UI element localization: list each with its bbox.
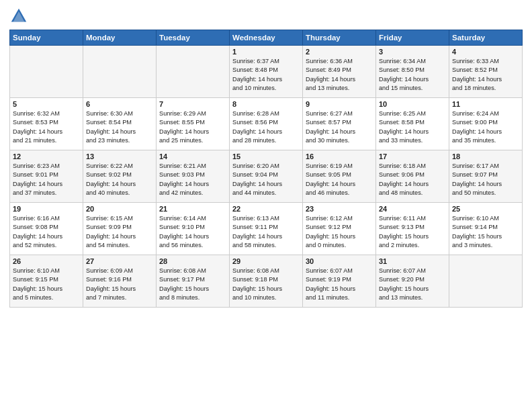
- day-number: 20: [86, 205, 153, 213]
- weekday-header: Friday: [376, 30, 449, 46]
- day-info: Sunrise: 6:36 AM Sunset: 8:49 PM Dayligh…: [306, 57, 373, 93]
- weekday-header: Saturday: [449, 30, 523, 46]
- day-info: Sunrise: 6:16 AM Sunset: 9:08 PM Dayligh…: [13, 214, 80, 250]
- calendar-cell: 5Sunrise: 6:32 AM Sunset: 8:53 PM Daylig…: [10, 98, 83, 150]
- calendar-cell: 11Sunrise: 6:24 AM Sunset: 9:00 PM Dayli…: [449, 98, 523, 150]
- day-number: 1: [232, 48, 300, 56]
- weekday-header-row: SundayMondayTuesdayWednesdayThursdayFrid…: [10, 30, 523, 46]
- calendar-cell: 2Sunrise: 6:36 AM Sunset: 8:49 PM Daylig…: [303, 46, 376, 98]
- day-info: Sunrise: 6:07 AM Sunset: 9:19 PM Dayligh…: [306, 267, 373, 302]
- day-number: 26: [13, 257, 80, 265]
- day-number: 28: [159, 257, 226, 265]
- calendar-week-row: 12Sunrise: 6:23 AM Sunset: 9:01 PM Dayli…: [10, 150, 523, 203]
- calendar-week-row: 26Sunrise: 6:10 AM Sunset: 9:15 PM Dayli…: [10, 255, 523, 308]
- day-info: Sunrise: 6:37 AM Sunset: 8:48 PM Dayligh…: [232, 57, 300, 93]
- calendar-cell: 28Sunrise: 6:08 AM Sunset: 9:17 PM Dayli…: [157, 255, 230, 308]
- day-info: Sunrise: 6:10 AM Sunset: 9:14 PM Dayligh…: [452, 214, 519, 250]
- day-number: 6: [86, 100, 153, 108]
- calendar-cell: 4Sunrise: 6:33 AM Sunset: 8:52 PM Daylig…: [449, 46, 523, 98]
- calendar-cell: 26Sunrise: 6:10 AM Sunset: 9:15 PM Dayli…: [10, 255, 83, 308]
- day-number: 17: [379, 152, 446, 161]
- day-info: Sunrise: 6:08 AM Sunset: 9:17 PM Dayligh…: [159, 267, 226, 302]
- calendar-cell: [449, 255, 523, 308]
- calendar-cell: 9Sunrise: 6:27 AM Sunset: 8:57 PM Daylig…: [303, 98, 376, 150]
- day-info: Sunrise: 6:15 AM Sunset: 9:09 PM Dayligh…: [86, 214, 153, 250]
- day-info: Sunrise: 6:29 AM Sunset: 8:55 PM Dayligh…: [159, 109, 226, 145]
- weekday-header: Monday: [83, 30, 157, 46]
- day-info: Sunrise: 6:18 AM Sunset: 9:06 PM Dayligh…: [379, 162, 446, 197]
- day-number: 21: [159, 205, 226, 213]
- day-number: 2: [306, 48, 373, 56]
- day-number: 23: [306, 205, 373, 213]
- weekday-header: Thursday: [303, 30, 376, 46]
- day-info: Sunrise: 6:27 AM Sunset: 8:57 PM Dayligh…: [306, 109, 373, 145]
- day-info: Sunrise: 6:13 AM Sunset: 9:11 PM Dayligh…: [232, 214, 300, 250]
- day-number: 9: [306, 100, 373, 108]
- day-info: Sunrise: 6:32 AM Sunset: 8:53 PM Dayligh…: [13, 109, 80, 145]
- calendar-cell: 6Sunrise: 6:30 AM Sunset: 8:54 PM Daylig…: [83, 98, 157, 150]
- calendar-cell: 3Sunrise: 6:34 AM Sunset: 8:50 PM Daylig…: [376, 46, 449, 98]
- calendar-cell: [157, 46, 230, 98]
- day-info: Sunrise: 6:12 AM Sunset: 9:12 PM Dayligh…: [306, 214, 373, 250]
- day-number: 15: [232, 152, 300, 161]
- day-number: 29: [232, 257, 300, 265]
- day-number: 31: [379, 257, 446, 265]
- day-info: Sunrise: 6:22 AM Sunset: 9:02 PM Dayligh…: [86, 162, 153, 197]
- weekday-header: Tuesday: [157, 30, 230, 46]
- day-number: 16: [306, 152, 373, 161]
- day-number: 10: [379, 100, 446, 108]
- calendar-cell: [83, 46, 157, 98]
- weekday-header: Sunday: [10, 30, 83, 46]
- calendar-cell: 14Sunrise: 6:21 AM Sunset: 9:03 PM Dayli…: [157, 150, 230, 203]
- day-info: Sunrise: 6:30 AM Sunset: 8:54 PM Dayligh…: [86, 109, 153, 145]
- calendar-cell: 24Sunrise: 6:11 AM Sunset: 9:13 PM Dayli…: [376, 203, 449, 255]
- calendar-cell: 13Sunrise: 6:22 AM Sunset: 9:02 PM Dayli…: [83, 150, 157, 203]
- calendar-cell: 29Sunrise: 6:08 AM Sunset: 9:18 PM Dayli…: [230, 255, 303, 308]
- day-info: Sunrise: 6:24 AM Sunset: 9:00 PM Dayligh…: [452, 109, 519, 145]
- calendar-week-row: 5Sunrise: 6:32 AM Sunset: 8:53 PM Daylig…: [10, 98, 523, 150]
- calendar-cell: 15Sunrise: 6:20 AM Sunset: 9:04 PM Dayli…: [230, 150, 303, 203]
- day-info: Sunrise: 6:09 AM Sunset: 9:16 PM Dayligh…: [86, 267, 153, 302]
- day-info: Sunrise: 6:14 AM Sunset: 9:10 PM Dayligh…: [159, 214, 226, 250]
- calendar-cell: 25Sunrise: 6:10 AM Sunset: 9:14 PM Dayli…: [449, 203, 523, 255]
- day-number: 25: [452, 205, 519, 213]
- calendar-cell: 30Sunrise: 6:07 AM Sunset: 9:19 PM Dayli…: [303, 255, 376, 308]
- calendar-cell: 18Sunrise: 6:17 AM Sunset: 9:07 PM Dayli…: [449, 150, 523, 203]
- calendar-cell: 20Sunrise: 6:15 AM Sunset: 9:09 PM Dayli…: [83, 203, 157, 255]
- calendar-cell: 7Sunrise: 6:29 AM Sunset: 8:55 PM Daylig…: [157, 98, 230, 150]
- day-number: 12: [13, 152, 80, 161]
- weekday-header: Wednesday: [230, 30, 303, 46]
- calendar-cell: 19Sunrise: 6:16 AM Sunset: 9:08 PM Dayli…: [10, 203, 83, 255]
- day-info: Sunrise: 6:23 AM Sunset: 9:01 PM Dayligh…: [13, 162, 80, 197]
- page-container: SundayMondayTuesdayWednesdayThursdayFrid…: [0, 0, 532, 313]
- calendar-cell: 31Sunrise: 6:07 AM Sunset: 9:20 PM Dayli…: [376, 255, 449, 308]
- day-info: Sunrise: 6:20 AM Sunset: 9:04 PM Dayligh…: [232, 162, 300, 197]
- calendar-cell: 8Sunrise: 6:28 AM Sunset: 8:56 PM Daylig…: [230, 98, 303, 150]
- logo-icon: [9, 7, 28, 26]
- calendar-cell: 17Sunrise: 6:18 AM Sunset: 9:06 PM Dayli…: [376, 150, 449, 203]
- day-number: 11: [452, 100, 519, 108]
- day-info: Sunrise: 6:34 AM Sunset: 8:50 PM Dayligh…: [379, 57, 446, 93]
- calendar-cell: 10Sunrise: 6:25 AM Sunset: 8:58 PM Dayli…: [376, 98, 449, 150]
- day-info: Sunrise: 6:11 AM Sunset: 9:13 PM Dayligh…: [379, 214, 446, 250]
- day-number: 24: [379, 205, 446, 213]
- day-number: 7: [159, 100, 226, 108]
- day-number: 3: [379, 48, 446, 56]
- header: [9, 7, 523, 26]
- day-number: 30: [306, 257, 373, 265]
- calendar-cell: 21Sunrise: 6:14 AM Sunset: 9:10 PM Dayli…: [157, 203, 230, 255]
- day-number: 27: [86, 257, 153, 265]
- day-info: Sunrise: 6:21 AM Sunset: 9:03 PM Dayligh…: [159, 162, 226, 197]
- day-number: 8: [232, 100, 300, 108]
- day-info: Sunrise: 6:10 AM Sunset: 9:15 PM Dayligh…: [13, 267, 80, 302]
- calendar-cell: 16Sunrise: 6:19 AM Sunset: 9:05 PM Dayli…: [303, 150, 376, 203]
- calendar-cell: 22Sunrise: 6:13 AM Sunset: 9:11 PM Dayli…: [230, 203, 303, 255]
- day-info: Sunrise: 6:19 AM Sunset: 9:05 PM Dayligh…: [306, 162, 373, 197]
- logo: [9, 7, 31, 26]
- day-number: 14: [159, 152, 226, 161]
- calendar-cell: 1Sunrise: 6:37 AM Sunset: 8:48 PM Daylig…: [230, 46, 303, 98]
- calendar-cell: 23Sunrise: 6:12 AM Sunset: 9:12 PM Dayli…: [303, 203, 376, 255]
- day-number: 13: [86, 152, 153, 161]
- calendar-week-row: 19Sunrise: 6:16 AM Sunset: 9:08 PM Dayli…: [10, 203, 523, 255]
- calendar-cell: 12Sunrise: 6:23 AM Sunset: 9:01 PM Dayli…: [10, 150, 83, 203]
